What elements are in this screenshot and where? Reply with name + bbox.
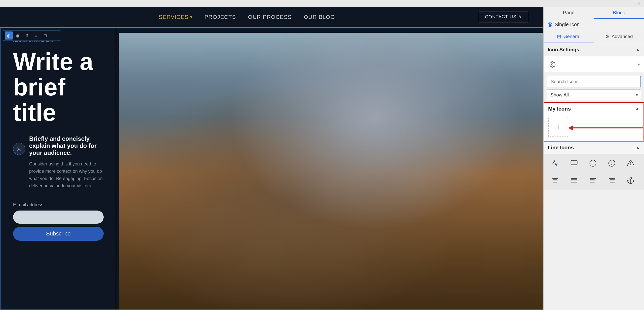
mountain-image-inner [119, 33, 543, 309]
icon-picker-panel: Show All Line Icons Filled Icons My Icon… [544, 73, 644, 310]
line-icons-section: Line Icons ▲ [544, 142, 644, 190]
line-icons-title: Line Icons [548, 145, 574, 151]
edit-tool-button[interactable]: ⊡ [41, 31, 49, 40]
editor-toolbar: ◎ ◉ ⁞⁞ ‹› ⊡ ⋮ [3, 30, 60, 41]
align-center-icon[interactable] [548, 173, 563, 188]
my-icons-section: My Icons ▲ + [544, 102, 644, 142]
monitor-icon[interactable] [567, 156, 582, 171]
description-body: Consider using this if you need to provi… [29, 160, 106, 189]
my-icons-chevron: ▲ [635, 106, 639, 112]
single-icon-label: Single Icon [555, 22, 580, 27]
line-icons-chevron: ▲ [635, 145, 640, 150]
nav-blog-label: OUR BLOG [304, 14, 335, 20]
add-icon-button[interactable]: + [548, 117, 568, 137]
svg-rect-2 [571, 160, 577, 165]
left-panel: ◎ ◉ ⁞⁞ ‹› ⊡ ⋮ Add an overline text Write… [1, 28, 116, 309]
alert-triangle-icon[interactable] [623, 156, 638, 171]
svg-point-10 [612, 164, 612, 164]
activity-icon[interactable] [548, 156, 563, 171]
nav-process[interactable]: OUR PROCESS [248, 14, 292, 20]
description-block: Briefly and concisely explain what you d… [29, 135, 106, 189]
more-tool-button[interactable]: ⋮ [50, 31, 58, 40]
code-tool-button[interactable]: ‹› [32, 31, 40, 40]
general-tab-icon: ⊞ [557, 33, 561, 40]
advanced-tab-icon: ⚙ [605, 33, 610, 40]
radio-inner [549, 23, 551, 26]
page-tab[interactable]: Page [544, 7, 594, 19]
move-tool-button[interactable]: ◉ [14, 31, 22, 40]
svg-point-29 [630, 177, 632, 179]
arrow-head [568, 125, 573, 130]
contact-us-label: CONTACT US [485, 14, 516, 20]
single-icon-row[interactable]: Single Icon [544, 19, 644, 30]
line-icons-header[interactable]: Line Icons ▲ [544, 142, 644, 154]
svg-point-1 [551, 64, 553, 65]
nav-bar: SERVICES ▾ PROJECTS OUR PROCESS OUR BLOG… [0, 7, 543, 27]
page-block-tabs: Page Block [544, 7, 644, 19]
email-label: E-mail address [13, 202, 106, 208]
nav-projects[interactable]: PROJECTS [205, 14, 236, 20]
red-arrow-indicator [568, 125, 643, 130]
nav-services-chevron: ▾ [190, 15, 192, 19]
icon-widget[interactable] [13, 143, 25, 155]
show-all-wrapper: Show All Line Icons Filled Icons My Icon… [547, 89, 641, 100]
nav-links: SERVICES ▾ PROJECTS OUR PROCESS OUR BLOG [15, 14, 479, 20]
nav-process-label: OUR PROCESS [248, 14, 292, 20]
show-all-select[interactable]: Show All Line Icons Filled Icons My Icon… [547, 89, 641, 100]
content-section: ◎ ◉ ⁞⁞ ‹› ⊡ ⋮ Add an overline text Write… [0, 27, 543, 310]
gear-icon [548, 60, 557, 69]
alert-circle-icon[interactable] [604, 156, 619, 171]
info-circle-icon[interactable] [585, 156, 600, 171]
svg-point-12 [630, 165, 631, 165]
main-layout: SERVICES ▾ PROJECTS OUR PROCESS OUR BLOG… [0, 7, 644, 310]
headline: Write a brief title [13, 49, 106, 125]
align-justify-icon[interactable] [567, 173, 582, 188]
nav-blog[interactable]: OUR BLOG [304, 14, 335, 20]
arrow-line [573, 127, 643, 128]
top-bar: ✕ [0, 0, 644, 7]
my-icons-content: + [544, 115, 643, 141]
advanced-tab-label: Advanced [612, 34, 633, 39]
search-icons-input[interactable] [547, 76, 641, 87]
canvas-area: SERVICES ▾ PROJECTS OUR PROCESS OUR BLOG… [0, 7, 543, 310]
icon-picker-scroll[interactable]: My Icons ▲ + [544, 102, 644, 190]
single-icon-radio[interactable] [548, 22, 552, 27]
image-panel [116, 28, 543, 309]
nav-projects-label: PROJECTS [205, 14, 236, 20]
email-input[interactable] [13, 211, 104, 224]
general-advanced-tabs: ⊞ General ⚙ Advanced [544, 30, 644, 43]
icon-settings-header[interactable]: Icon Settings ▲ [544, 43, 644, 56]
general-tab[interactable]: ⊞ General [544, 30, 594, 43]
subscribe-button[interactable]: Subscribe [13, 227, 104, 241]
expand-icon: ▾ [638, 62, 640, 67]
mountain-image [119, 33, 543, 309]
drag-tool-button[interactable]: ⁞⁞ [23, 31, 31, 40]
nav-services[interactable]: SERVICES ▾ [159, 14, 192, 20]
general-tab-label: General [563, 34, 580, 39]
svg-point-0 [18, 148, 20, 150]
select-tool-button[interactable]: ◎ [5, 31, 13, 40]
nav-services-label: SERVICES [159, 14, 189, 20]
close-button[interactable]: ✕ [637, 2, 641, 6]
description-headline: Briefly and concisely explain what you d… [29, 135, 106, 156]
anchor-icon[interactable] [623, 173, 638, 188]
right-sidebar: Page Block Single Icon ⊞ General ⚙ Advan… [543, 7, 644, 310]
align-left-icon[interactable] [585, 173, 600, 188]
contact-us-button[interactable]: CONTACT US ✎ [479, 12, 528, 22]
align-right-icon[interactable] [604, 173, 619, 188]
my-icons-header[interactable]: My Icons ▲ [544, 103, 643, 115]
my-icons-title: My Icons [548, 106, 571, 112]
line-icons-grid [544, 154, 644, 190]
advanced-tab[interactable]: ⚙ Advanced [594, 30, 644, 43]
icon-gear-row[interactable]: ▾ [544, 56, 644, 73]
block-tab[interactable]: Block [594, 7, 644, 19]
edit-icon: ✎ [518, 15, 522, 19]
icon-settings-title: Icon Settings [548, 47, 579, 53]
icon-settings-chevron: ▲ [635, 47, 640, 52]
